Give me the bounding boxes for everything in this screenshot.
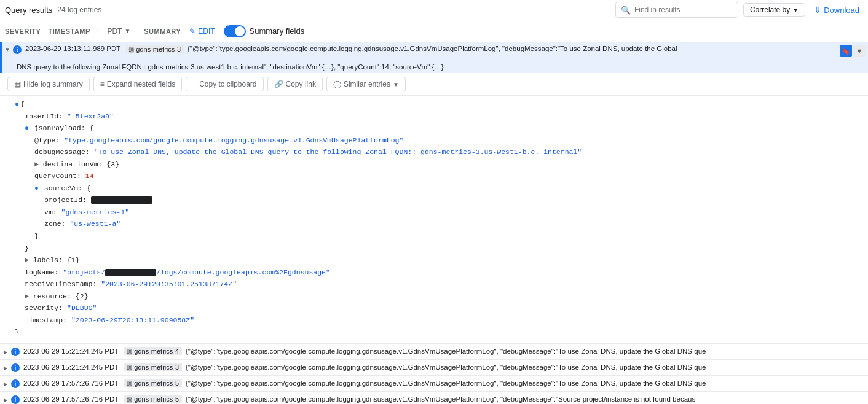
log-area: ▼ i 2023-06-29 13:13:11.989 PDT ▩ gdns-m… bbox=[0, 42, 868, 404]
summary-fields-toggle: Summary fields bbox=[224, 25, 305, 37]
vm-icon: ▩ bbox=[128, 46, 134, 53]
table-icon: ▦ bbox=[14, 80, 21, 88]
expanded-log-entry: ▼ i 2023-06-29 13:13:11.989 PDT ▩ gdns-m… bbox=[0, 42, 868, 344]
source-chip: ▩ gdns-metrics-5 bbox=[124, 379, 182, 387]
toolbar-right: 🔍 Correlate by ▼ ⇓ Download bbox=[615, 2, 863, 18]
expand-icon[interactable]: ► bbox=[2, 397, 9, 403]
query-count-row: queryCount: 14 bbox=[15, 170, 863, 182]
destination-vm-expand[interactable]: ► bbox=[34, 160, 39, 168]
log-summary-text: {"@type":"type.googleapis.com/google.com… bbox=[187, 45, 837, 52]
copy-clipboard-button[interactable]: ⎓ Copy to clipboard bbox=[186, 77, 263, 91]
expand-icon[interactable]: ► bbox=[2, 381, 9, 387]
destination-vm-row: ► destinationVm: {3} bbox=[15, 158, 863, 171]
summary-row2: DNS query to the following Zonal FQDN:: … bbox=[17, 63, 444, 71]
zone-row: zone: "us-west1-a" bbox=[15, 218, 863, 230]
edit-icon: ✎ bbox=[189, 27, 195, 36]
correlate-by-button[interactable]: Correlate by ▼ bbox=[743, 3, 805, 17]
log-summary-text: {"@type":"type.googleapis.com/google.com… bbox=[186, 395, 866, 403]
search-icon: 🔍 bbox=[621, 6, 631, 15]
labels-row: ► labels: {1} bbox=[15, 254, 863, 266]
severity-row: severity: "DEBUG" bbox=[15, 302, 863, 314]
severity-icon: i bbox=[11, 348, 20, 356]
second-toolbar: SEVERITY TIMESTAMP ↑ PDT ▼ SUMMARY ✎ EDI… bbox=[0, 20, 868, 42]
toggle-switch[interactable] bbox=[224, 25, 246, 37]
sort-icon: ↑ bbox=[95, 28, 99, 35]
source-name: gdns-metrics-4 bbox=[134, 348, 179, 355]
similar-icon: ◯ bbox=[333, 80, 341, 88]
find-in-results-input[interactable] bbox=[634, 6, 733, 14]
hide-log-summary-button[interactable]: ▦ Hide log summary bbox=[7, 77, 90, 91]
vm-row: vm: "gdns-metrics-1" bbox=[15, 206, 863, 219]
expand-icon[interactable]: ► bbox=[2, 365, 9, 371]
edit-button[interactable]: ✎ EDIT bbox=[186, 25, 218, 37]
redacted-project-id bbox=[91, 196, 152, 204]
copy-link-button[interactable]: 🔗 Copy link bbox=[267, 77, 323, 91]
entry-timestamp: 2023-06-29 13:13:11.989 PDT bbox=[25, 45, 120, 52]
summary-label: SUMMARY bbox=[144, 28, 181, 35]
severity-icon: i bbox=[11, 379, 20, 388]
insert-id-row: insertId: "-5texr2a9" bbox=[15, 111, 863, 123]
timestamp-row: timestamp: "2023-06-29T20:13:11.909058Z" bbox=[15, 314, 863, 327]
json-payload-close-row: } bbox=[15, 243, 863, 255]
expand-nested-label: Expand nested fields bbox=[107, 80, 175, 88]
source-vm-bullet[interactable]: ● bbox=[34, 184, 39, 192]
source-name: gdns-metrics-5 bbox=[134, 379, 179, 387]
find-in-results-container[interactable]: 🔍 bbox=[615, 2, 738, 18]
resource-row: ► resource: {2} bbox=[15, 290, 863, 303]
collapsed-log-entry[interactable]: ► i 2023-06-29 17:57:26.716 PDT ▩ gdns-m… bbox=[0, 392, 868, 404]
copy-icon: ⎓ bbox=[192, 80, 197, 88]
debug-message-row: debugMessage: "To use Zonal DNS, update … bbox=[15, 146, 863, 158]
root-bullet[interactable]: ● bbox=[15, 100, 19, 108]
json-root-open: ●{ bbox=[15, 98, 863, 111]
source-name: gdns-metrics-5 bbox=[134, 395, 179, 403]
log-summary-text: {"@type":"type.googleapis.com/google.com… bbox=[186, 363, 866, 371]
project-id-row: projectId: bbox=[15, 194, 863, 206]
vm-icon: ▩ bbox=[127, 396, 132, 403]
expand-icon[interactable]: ► bbox=[2, 349, 9, 355]
toolbar-left: Query results 24 log entries bbox=[5, 6, 610, 15]
download-label: Download bbox=[824, 6, 859, 15]
copy-link-label: Copy link bbox=[286, 80, 316, 88]
more-icon[interactable]: ▼ bbox=[853, 45, 866, 57]
json-root-close: } bbox=[15, 326, 863, 338]
vm-icon: ▩ bbox=[127, 364, 132, 371]
resource-expand[interactable]: ► bbox=[25, 292, 29, 300]
collapsed-log-entry[interactable]: ► i 2023-06-29 17:57:26.716 PDT ▩ gdns-m… bbox=[0, 376, 868, 392]
download-button[interactable]: ⇓ Download bbox=[810, 3, 863, 17]
action-bar: ▦ Hide log summary ≡ Expand nested field… bbox=[0, 73, 868, 96]
log-summary-text: {"@type":"type.googleapis.com/google.com… bbox=[186, 379, 866, 387]
collapsed-log-entry[interactable]: ► i 2023-06-29 15:21:24.245 PDT ▩ gdns-m… bbox=[0, 344, 868, 360]
copy-clipboard-label: Copy to clipboard bbox=[199, 80, 256, 88]
collapsed-log-entry[interactable]: ► i 2023-06-29 15:21:24.245 PDT ▩ gdns-m… bbox=[0, 360, 868, 376]
timestamp-label: TIMESTAMP bbox=[48, 28, 90, 35]
at-type-row: @type: "type.googleapis.com/google.compu… bbox=[15, 134, 863, 147]
pdt-label: PDT bbox=[107, 27, 122, 36]
json-tree: ●{ insertId: "-5texr2a9" ● jsonPayload: … bbox=[0, 96, 868, 343]
source-vm-close-row: } bbox=[15, 230, 863, 243]
collapse-icon[interactable]: ▼ bbox=[4, 46, 10, 53]
expand-nested-button[interactable]: ≡ Expand nested fields bbox=[93, 77, 182, 91]
source-chip: ▩ gdns-metrics-3 bbox=[125, 45, 184, 53]
vm-icon: ▩ bbox=[127, 348, 132, 355]
bookmark-icon[interactable]: 🔖 bbox=[840, 45, 852, 57]
source-name: gdns-metrics-3 bbox=[136, 45, 181, 53]
pdt-chevron-icon: ▼ bbox=[124, 28, 130, 34]
summary-fields-label: Summary fields bbox=[250, 26, 305, 36]
similar-entries-label: Similar entries bbox=[344, 80, 390, 88]
chevron-down-icon: ▼ bbox=[792, 7, 799, 14]
entry-timestamp: 2023-06-29 15:21:24.245 PDT bbox=[23, 348, 119, 355]
source-chip: ▩ gdns-metrics-3 bbox=[124, 363, 182, 371]
similar-entries-button[interactable]: ◯ Similar entries ▼ bbox=[326, 77, 406, 91]
download-icon: ⇓ bbox=[814, 5, 821, 15]
source-chip: ▩ gdns-metrics-5 bbox=[124, 395, 182, 403]
labels-expand[interactable]: ► bbox=[25, 256, 29, 264]
vm-icon: ▩ bbox=[127, 380, 132, 387]
source-chip: ▩ gdns-metrics-4 bbox=[124, 347, 182, 355]
link-icon: 🔗 bbox=[274, 80, 283, 88]
source-vm-open-row: ● sourceVm: { bbox=[15, 182, 863, 195]
log-count: 24 log entries bbox=[57, 6, 101, 14]
expand-icon: ≡ bbox=[100, 80, 105, 88]
json-payload-bullet[interactable]: ● bbox=[25, 124, 29, 132]
pdt-button[interactable]: PDT ▼ bbox=[103, 25, 134, 37]
log-name-row: logName: "projects/ /logs/compute.google… bbox=[15, 266, 863, 279]
